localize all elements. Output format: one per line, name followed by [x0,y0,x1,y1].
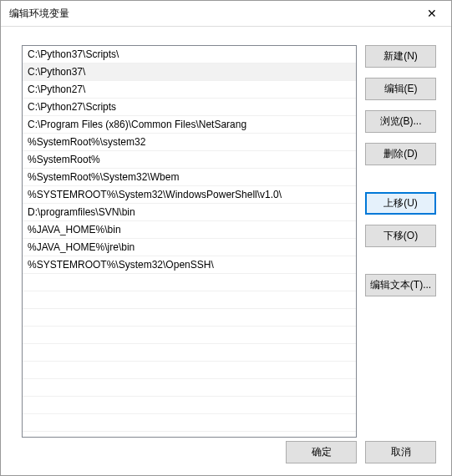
list-item[interactable]: %SystemRoot% [23,151,356,169]
dialog-footer: 确定 取消 [286,441,436,463]
list-item[interactable]: C:\Python37\ [23,63,356,81]
list-item[interactable]: C:\Python27\ [23,81,356,99]
list-item [23,309,356,327]
list-item [23,344,356,362]
ok-button[interactable]: 确定 [286,441,357,463]
list-item [23,414,356,432]
list-item [23,274,356,291]
path-listbox[interactable]: C:\Python37\Scripts\C:\Python37\C:\Pytho… [22,45,357,438]
move-up-button[interactable]: 上移(U) [365,192,436,215]
list-item [23,397,356,414]
list-item[interactable]: D:\programfiles\SVN\bin [23,204,356,221]
list-item [23,291,356,309]
list-item[interactable]: %JAVA_HOME%\bin [23,221,356,239]
list-item [23,327,356,344]
close-icon: ✕ [427,7,437,20]
window-title: 编辑环境变量 [9,7,413,21]
titlebar: 编辑环境变量 ✕ [1,1,451,27]
list-item[interactable]: %JAVA_HOME%\jre\bin [23,239,356,256]
delete-button[interactable]: 删除(D) [365,143,436,165]
list-item[interactable]: C:\Python27\Scripts [23,99,356,116]
new-button[interactable]: 新建(N) [365,45,436,68]
dialog-body: C:\Python37\Scripts\C:\Python37\C:\Pytho… [1,27,451,475]
list-item[interactable]: %SYSTEMROOT%\System32\OpenSSH\ [23,256,356,274]
list-item[interactable]: %SYSTEMROOT%\System32\WindowsPowerShell\… [23,186,356,204]
list-item[interactable]: %SystemRoot%\System32\Wbem [23,169,356,186]
move-down-button[interactable]: 下移(O) [365,225,436,247]
edit-text-button[interactable]: 编辑文本(T)... [365,274,436,296]
edit-button[interactable]: 编辑(E) [365,78,436,100]
list-item [23,379,356,397]
cancel-button[interactable]: 取消 [365,441,436,463]
list-item[interactable]: %SystemRoot%\system32 [23,134,356,151]
list-item[interactable]: C:\Program Files (x86)\Common Files\NetS… [23,116,356,134]
close-button[interactable]: ✕ [413,1,451,27]
spacer [365,175,436,192]
spacer [365,257,436,274]
list-item [23,362,356,379]
main-row: C:\Python37\Scripts\C:\Python37\C:\Pytho… [22,45,436,438]
side-buttons: 新建(N) 编辑(E) 浏览(B)... 删除(D) 上移(U) 下移(O) 编… [365,45,436,438]
list-item[interactable]: C:\Python37\Scripts\ [23,46,356,63]
browse-button[interactable]: 浏览(B)... [365,110,436,133]
